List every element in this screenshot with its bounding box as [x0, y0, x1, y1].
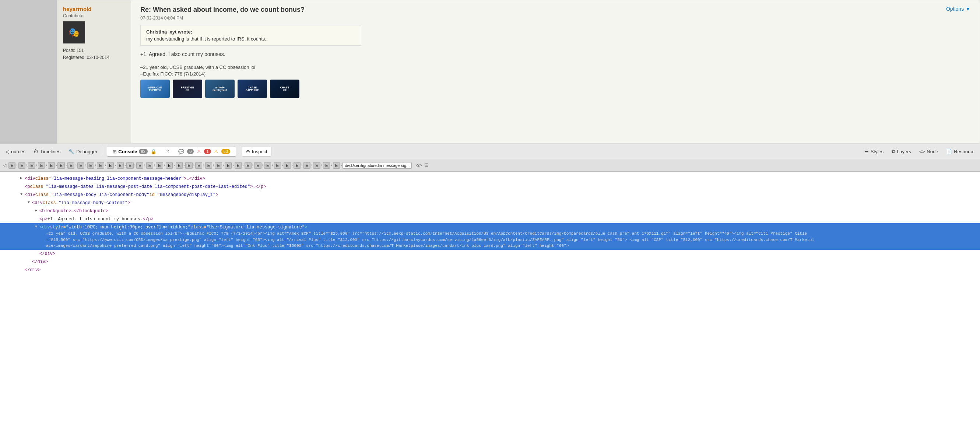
node-label: Node	[927, 149, 938, 155]
breadcrumb-item[interactable]: E	[294, 162, 301, 169]
breadcrumb-item[interactable]: E	[126, 162, 133, 169]
breadcrumb-item-active[interactable]: div.UserSignature.lia-message-sig...	[342, 162, 412, 169]
breadcrumb-item[interactable]: E	[304, 162, 310, 169]
html-line-selected[interactable]: ▼ <div style="width:100%; max-height:90p…	[0, 223, 980, 250]
breadcrumb-item[interactable]: E	[215, 162, 222, 169]
post-date: 07-02-2014 04:04 PM	[140, 16, 970, 21]
chevron-down-icon: ▼	[965, 6, 970, 12]
breadcrumb-item[interactable]: E	[333, 162, 340, 169]
breadcrumb-item[interactable]: E	[107, 162, 114, 169]
post-text: +1. Agreed. I also count my bonuses.	[140, 51, 970, 57]
resource-label: Resource	[954, 149, 974, 155]
breadcrumb-item[interactable]: E	[274, 162, 281, 169]
post-title: Re: When asked about income, do we count…	[140, 6, 305, 14]
card-sapphire: CHASESAPPHIRE	[237, 80, 267, 98]
options-label[interactable]: Options	[946, 6, 964, 12]
breadcrumb-item[interactable]: E	[38, 162, 45, 169]
sig-line-2: –Equifax FICO: 778 (7/1/2014)	[140, 71, 970, 77]
timelines-icon: ⏱	[33, 149, 38, 155]
dash-icon-2: –	[173, 149, 175, 155]
breadcrumb-item[interactable]: E	[205, 162, 212, 169]
breadcrumb-item[interactable]: E	[225, 162, 232, 169]
breadcrumb-expand[interactable]: ◁	[3, 163, 6, 168]
html-line: </div>	[0, 250, 980, 258]
breadcrumb-item[interactable]: E	[146, 162, 153, 169]
breadcrumb-item[interactable]: E	[185, 162, 192, 169]
sig-line-1: –21 year old, UCSB graduate, with a CC o…	[140, 64, 970, 70]
styles-icon: ☰	[864, 149, 869, 155]
card-arrival: arrival+barclaycard	[205, 80, 235, 98]
card-images: AMERICANEXPRESS PRESTIGEciti arrival+bar…	[140, 80, 970, 98]
breadcrumb-item[interactable]: E	[67, 162, 75, 169]
separator-1	[103, 147, 103, 156]
expand-arrow[interactable]: ▶	[35, 208, 40, 213]
registered-date: Registered: 03-10-2014	[63, 54, 125, 61]
breadcrumb-code-icon: </>	[415, 163, 422, 168]
breadcrumb-item[interactable]: E	[313, 162, 320, 169]
resource-tab[interactable]: 📄 Resource	[942, 147, 978, 156]
node-tab[interactable]: <> Node	[916, 147, 942, 156]
options-button[interactable]: Options ▼	[946, 6, 970, 12]
layers-icon: ⧉	[892, 148, 895, 155]
sources-tab[interactable]: ◁ ources	[2, 147, 29, 156]
html-panel[interactable]: ▶ <div class="lia-message-heading lia-co…	[0, 172, 980, 448]
styles-label: Styles	[870, 149, 883, 155]
html-line: ▼ <div class="lia-message-body-content">	[0, 199, 980, 207]
breadcrumb-item[interactable]: E	[235, 162, 242, 169]
expand-arrow[interactable]: ▼	[28, 200, 32, 205]
breadcrumb-item[interactable]: E	[166, 162, 173, 169]
html-line: </div>	[0, 258, 980, 266]
debugger-icon: 🔧	[68, 149, 75, 155]
breadcrumb-item[interactable]: E	[176, 162, 183, 169]
user-meta: Posts: 151 Registered: 03-10-2014	[63, 47, 125, 61]
breadcrumb-bar: ◁ E › E › E › E › E › E › E › E › E › E …	[0, 159, 980, 172]
styles-tab[interactable]: ☰ Styles	[861, 147, 887, 156]
clock-icon: ⏱	[165, 149, 170, 155]
card-ink: CHASEInk	[270, 80, 299, 98]
username[interactable]: heyarrnold	[63, 6, 125, 12]
sources-icon: ◁	[6, 149, 9, 155]
card-citi: PRESTIGEciti	[173, 80, 202, 98]
inspect-tab[interactable]: ⊕ Inspect	[242, 147, 271, 156]
devtools-toolbar: ◁ ources ⏱ Timelines 🔧 Debugger ⊞ Consol…	[0, 143, 980, 159]
post-area: heyarrnold Contributor 🎭 Posts: 151 Regi…	[57, 0, 980, 143]
breadcrumb-item[interactable]: E	[57, 162, 64, 169]
breadcrumb-item[interactable]: E	[28, 162, 35, 169]
breadcrumb-item[interactable]: E	[8, 162, 16, 169]
breadcrumb-item[interactable]: E	[87, 162, 94, 169]
debugger-tab[interactable]: 🔧 Debugger	[65, 147, 101, 156]
right-tools: ☰ Styles ⧉ Layers <> Node 📄 Resource	[861, 147, 978, 156]
breadcrumb-item[interactable]: E	[264, 162, 271, 169]
breadcrumb-item[interactable]: E	[245, 162, 251, 169]
breadcrumb-menu-icon: ☰	[424, 163, 428, 168]
expand-arrow[interactable]: ▶	[20, 175, 25, 181]
breadcrumb-item[interactable]: E	[48, 162, 55, 169]
timelines-tab[interactable]: ⏱ Timelines	[30, 147, 64, 156]
inspect-icon: ⊕	[246, 149, 250, 155]
html-line: </div>	[0, 266, 980, 274]
node-icon: <>	[919, 149, 925, 155]
breadcrumb-item[interactable]: E	[156, 162, 163, 169]
html-line: <p class="lia-message-dates lia-message-…	[0, 183, 980, 191]
expand-arrow[interactable]: ▼	[35, 224, 40, 230]
layers-tab[interactable]: ⧉ Layers	[888, 147, 915, 156]
expand-arrow[interactable]: ▼	[20, 191, 25, 197]
posts-count: Posts: 151	[63, 47, 125, 54]
breadcrumb-item[interactable]: E	[283, 162, 291, 169]
breadcrumb-item[interactable]: E	[195, 162, 202, 169]
breadcrumb-item[interactable]: E	[136, 162, 143, 169]
breadcrumb-item[interactable]: E	[77, 162, 84, 169]
breadcrumb-item[interactable]: E	[323, 162, 330, 169]
breadcrumb-item[interactable]: E	[97, 162, 104, 169]
user-sidebar: heyarrnold Contributor 🎭 Posts: 151 Regi…	[57, 0, 131, 143]
breadcrumb-item[interactable]: E	[18, 162, 25, 169]
warnings-count: 63	[221, 149, 230, 154]
breadcrumb-item[interactable]: E	[254, 162, 261, 169]
signature: –21 year old, UCSB graduate, with a CC o…	[140, 64, 970, 98]
breadcrumb-item[interactable]: E	[117, 162, 124, 169]
sources-label: ources	[11, 149, 25, 155]
separator-2	[240, 147, 240, 156]
badge-count: 92	[139, 149, 148, 154]
post-header: Re: When asked about income, do we count…	[140, 6, 970, 14]
console-section[interactable]: ⊞ Console 92 🔒 – ⏱ – 💬 0 ⚠ 1 ⚠ 63	[107, 147, 236, 156]
